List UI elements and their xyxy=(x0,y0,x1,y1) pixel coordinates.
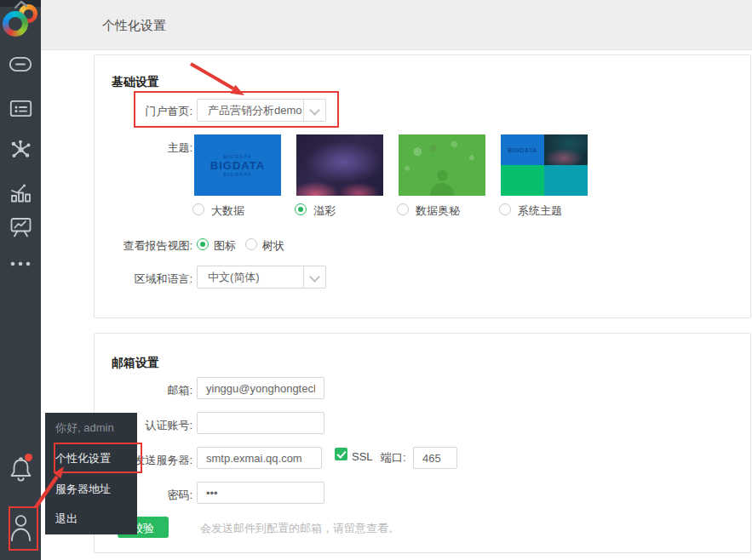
system-theme-quadrant xyxy=(501,165,544,196)
logo-ring-large xyxy=(3,11,28,37)
page-header: 个性化设置 xyxy=(41,0,752,50)
report-view-label: 查看报告视图: xyxy=(77,238,192,254)
person-silhouette xyxy=(437,170,448,181)
verify-hint: 会发送邮件到配置的邮箱，请留意查看。 xyxy=(200,521,399,536)
theme-thumbnail-aurora[interactable] xyxy=(296,134,383,196)
personal-settings-page: 个性化设置 基础设置 门户首页: 产品营销分析demo 主题: BIGDATA … xyxy=(0,0,752,560)
port-label: 端口: xyxy=(381,450,406,466)
report-view-radio-label: 图标 xyxy=(214,238,236,254)
ssl-checkbox[interactable] xyxy=(335,448,347,460)
system-theme-quadrant xyxy=(544,165,588,196)
email-settings-card xyxy=(94,333,751,553)
port-input[interactable] xyxy=(413,447,457,469)
theme-label: 主题: xyxy=(77,140,192,156)
locale-value: 中文(简体) xyxy=(208,266,260,288)
ssl-label: SSL xyxy=(352,450,373,463)
theme-thumbnail-bigdata[interactable]: BIGDATA BIGDATA BIGDATA xyxy=(194,134,281,196)
person-silhouette xyxy=(430,183,454,196)
menu-item-server-address[interactable]: 服务器地址 xyxy=(55,482,111,497)
theme-thumbnail-data-mystery[interactable] xyxy=(399,134,485,196)
report-view-radio-tree[interactable] xyxy=(245,238,257,250)
portal-home-value: 产品营销分析demo xyxy=(208,100,302,121)
thumb-pattern-text: BIGDATA xyxy=(210,159,265,172)
theme-radio-label: 大数据 xyxy=(211,203,244,219)
send-server-input[interactable] xyxy=(197,447,322,469)
theme-radio-label: 溢彩 xyxy=(313,203,336,219)
theme-radio-aurora[interactable] xyxy=(295,203,307,215)
logo-hook xyxy=(13,0,30,10)
theme-radio-data-mystery[interactable] xyxy=(397,203,409,215)
email-settings-title: 邮箱设置 xyxy=(112,356,159,371)
user-greeting: 你好, admin xyxy=(55,420,114,436)
link-icon[interactable] xyxy=(0,56,41,72)
portal-home-select[interactable]: 产品营销分析demo xyxy=(197,99,326,122)
notification-badge-dot xyxy=(25,454,32,461)
theme-thumbnail-system[interactable]: BIGDATA xyxy=(501,134,588,196)
theme-radio-bigdata[interactable] xyxy=(192,203,204,215)
locale-select[interactable]: 中文(简体) xyxy=(197,266,326,289)
system-theme-quadrant xyxy=(544,134,588,165)
theme-radio-label: 系统主题 xyxy=(518,203,562,219)
portal-home-label: 门户首页: xyxy=(77,104,192,119)
page-title: 个性化设置 xyxy=(102,18,166,34)
theme-radio-label: 数据奥秘 xyxy=(416,203,460,219)
theme-radio-system[interactable] xyxy=(499,203,511,215)
user-icon[interactable] xyxy=(0,513,41,542)
password-input[interactable] xyxy=(197,482,324,504)
sidebar xyxy=(0,0,41,560)
report-view-radio-label: 树状 xyxy=(262,238,284,254)
thumb-pattern-text: BIGDATA xyxy=(223,172,251,177)
menu-item-logout[interactable]: 退出 xyxy=(55,511,77,527)
report-view-radio-icon[interactable] xyxy=(197,238,209,250)
system-theme-quadrant: BIGDATA xyxy=(501,134,544,165)
user-popup-menu: 你好, admin 个性化设置 服务器地址 退出 xyxy=(45,413,137,534)
report-list-icon[interactable] xyxy=(0,100,41,117)
basic-settings-title: 基础设置 xyxy=(112,75,159,90)
app-logo[interactable] xyxy=(0,0,41,41)
locale-label: 区域和语言: xyxy=(77,271,192,287)
menu-item-personal-settings[interactable]: 个性化设置 xyxy=(55,451,111,466)
email-input[interactable] xyxy=(197,377,324,399)
chevron-down-icon xyxy=(303,266,325,288)
more-ellipsis-icon[interactable] xyxy=(0,260,41,268)
email-label: 邮箱: xyxy=(77,383,192,398)
auth-account-input[interactable] xyxy=(197,412,324,434)
chevron-down-icon xyxy=(303,100,325,121)
dashboard-board-icon[interactable] xyxy=(0,216,41,238)
bar-chart-icon[interactable] xyxy=(0,181,41,203)
notification-bell-icon[interactable] xyxy=(0,456,41,483)
share-network-icon[interactable] xyxy=(0,139,41,160)
